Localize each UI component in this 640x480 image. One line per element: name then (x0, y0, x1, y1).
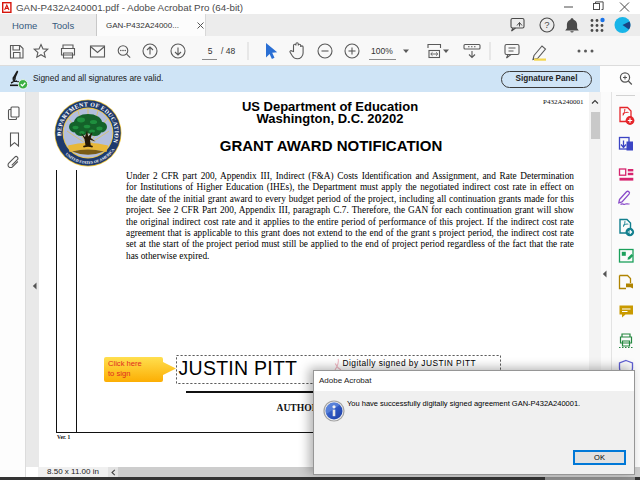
svg-text:Click here: Click here (108, 359, 142, 368)
svg-text:?: ? (544, 19, 549, 30)
svg-text:to sign: to sign (108, 369, 130, 378)
svg-text:5: 5 (208, 46, 213, 56)
svg-text:/ 48: / 48 (221, 46, 235, 56)
svg-text:100%: 100% (371, 46, 393, 56)
